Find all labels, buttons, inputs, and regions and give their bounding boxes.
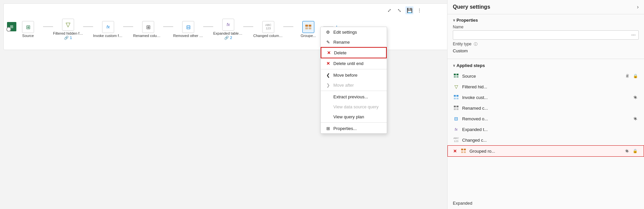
svg-rect-1 <box>309 25 311 27</box>
invoke-step-label: Invoke cust... <box>462 95 629 100</box>
step-renamed-icon: ⊞ <box>142 21 154 33</box>
step-invoke-label: Invoke custom fu... <box>93 34 123 38</box>
step-changed-label: Changed column... <box>253 34 283 38</box>
ctx-edit-settings-label: Edit settings <box>333 30 357 35</box>
removed-step-actions <box>632 115 639 122</box>
svg-rect-15 <box>454 108 456 110</box>
invoke-step-icon <box>453 94 459 101</box>
svg-rect-8 <box>454 95 456 97</box>
step-grouped-icon <box>302 21 314 33</box>
step-removed-icon: ⊟ <box>182 21 194 33</box>
separator-3 <box>321 122 387 123</box>
step-expanded-link[interactable]: 🔗 2 <box>224 36 232 40</box>
applied-step-changed[interactable]: ABC123 Changed c... <box>447 135 644 145</box>
ctx-view-datasource-label: View data source query <box>333 104 379 109</box>
step-grouped-label: Groupe... <box>301 34 316 38</box>
ctx-move-after-label: Move after <box>333 83 354 88</box>
step-source-icon: ⊞ <box>22 21 34 33</box>
svg-rect-0 <box>305 25 308 27</box>
ctx-move-before-label: Move before <box>333 73 357 78</box>
entity-type-label: Entity type ⓘ <box>453 42 639 47</box>
ctx-delete-until-end-label: Delete until end <box>333 61 363 66</box>
name-input[interactable]: ··· <box>453 30 639 40</box>
right-panel: Query settings › ∨ Properties Name ··· E… <box>447 0 644 209</box>
ctx-extract-previous-label: Extract previous... <box>333 94 368 99</box>
source-lock-button[interactable]: 🔒 <box>632 73 639 79</box>
step-invoke[interactable]: fx Invoke custom fu... <box>93 21 123 38</box>
svg-rect-2 <box>305 27 308 29</box>
source-step-actions: 🔒 <box>624 73 639 79</box>
applied-step-source[interactable]: Source 🔒 <box>447 71 644 81</box>
ctx-properties[interactable]: ⊞ Properties... <box>321 123 387 133</box>
applied-step-filtered[interactable]: ▽ Filtered hid... <box>447 81 644 92</box>
filtered-step-icon: ▽ <box>453 83 459 90</box>
removed-gear-button[interactable] <box>632 115 639 122</box>
move-after-icon: ❯ <box>325 82 331 88</box>
share-icon[interactable]: ⤢ <box>385 6 393 14</box>
svg-rect-7 <box>456 76 458 78</box>
source-gear-button[interactable] <box>624 73 631 79</box>
ctx-rename[interactable]: ✎ Rename <box>321 37 387 47</box>
step-changed[interactable]: ABC123 Changed column... <box>253 21 283 38</box>
applied-step-grouped[interactable]: ✕ Grouped ro... 🔒 <box>447 145 644 157</box>
svg-rect-11 <box>456 98 458 99</box>
ctx-extract-previous[interactable]: Extract previous... <box>321 92 387 102</box>
panel-close-button[interactable]: › <box>637 4 639 10</box>
ctx-edit-settings[interactable]: ⚙ Edit settings <box>321 27 387 37</box>
save-icon[interactable]: 💾 <box>405 6 413 14</box>
svg-rect-3 <box>309 27 311 29</box>
panel-title: Query settings <box>453 4 490 10</box>
changed-step-icon: ABC123 <box>453 137 459 143</box>
grouped-lock-button[interactable]: 🔒 <box>632 148 638 154</box>
source-lock-icon: 🔒 <box>633 74 638 78</box>
invoke-step-actions <box>632 94 639 101</box>
collapse-icon[interactable]: ⤡ <box>395 6 403 14</box>
step-filtered[interactable]: ▽ Filtered hidden fi... 🔗 1 <box>53 19 83 40</box>
applied-step-expanded[interactable]: fx Expanded t... <box>447 124 644 135</box>
name-field-label: Name <box>453 25 639 29</box>
svg-rect-16 <box>456 108 458 110</box>
step-changed-icon: ABC123 <box>262 21 274 33</box>
ctx-view-datasource: View data source query <box>321 102 387 112</box>
toolbar-top-right: ⤢ ⤡ 💾 ⋮ <box>385 6 423 14</box>
context-menu: ⚙ Edit settings ✎ Rename ✕ Delete ✕ Dele… <box>320 27 387 134</box>
step-filtered-link[interactable]: 🔗 1 <box>64 36 72 40</box>
grouped-delete-icon: ✕ <box>453 149 457 154</box>
svg-rect-20 <box>461 151 463 153</box>
expanded-step-label: Expanded t... <box>462 127 639 132</box>
svg-rect-9 <box>456 95 458 97</box>
ctx-delete[interactable]: ✕ Delete <box>321 47 387 58</box>
more-options-icon[interactable]: ⋮ <box>415 6 423 14</box>
ctx-view-query-plan[interactable]: View query plan <box>321 112 387 122</box>
step-list: Source 🔒 ▽ Filtered hid... Invoke cust..… <box>447 71 644 199</box>
grouped-gear-button[interactable] <box>624 148 630 154</box>
step-expanded-icon: fx <box>222 19 234 31</box>
grouped-step-actions: 🔒 <box>624 148 638 154</box>
source-step-icon <box>453 73 459 79</box>
step-filtered-icon: ▽ <box>62 19 74 31</box>
applied-steps-chevron: ∨ <box>453 64 455 67</box>
step-expanded[interactable]: fx Expanded table c... 🔗 2 <box>213 19 243 40</box>
applied-step-removed[interactable]: ⊟ Removed o... <box>447 113 644 124</box>
applied-step-renamed[interactable]: Renamed c... <box>447 103 644 113</box>
svg-rect-18 <box>461 149 463 150</box>
removed-step-label: Removed o... <box>462 116 629 121</box>
ctx-delete-until-end[interactable]: ✕ Delete until end <box>321 58 387 68</box>
step-renamed[interactable]: ⊞ Renamed columns <box>133 21 163 38</box>
filtered-step-label: Filtered hid... <box>462 84 639 89</box>
ctx-delete-label: Delete <box>334 50 347 55</box>
step-grouped[interactable]: Groupe... <box>293 21 323 38</box>
invoke-gear-button[interactable] <box>632 94 639 101</box>
separator-2 <box>321 91 387 91</box>
step-renamed-label: Renamed columns <box>133 34 163 38</box>
step-source[interactable]: ⊞ Source <box>13 21 43 38</box>
renamed-step-label: Renamed c... <box>462 106 639 111</box>
applied-step-invoke[interactable]: Invoke cust... <box>447 92 644 103</box>
start-bullet <box>6 27 11 32</box>
step-removed[interactable]: ⊟ Removed other c... <box>173 21 203 38</box>
svg-rect-14 <box>456 106 458 107</box>
main-area: ⊞ ⤢ ⤡ 💾 ⋮ ⊞ Source ▽ Filtered hidden fi.… <box>0 0 447 209</box>
renamed-step-icon <box>453 105 459 111</box>
ctx-move-before[interactable]: ❮ Move before <box>321 70 387 80</box>
move-before-icon: ❮ <box>325 72 331 78</box>
